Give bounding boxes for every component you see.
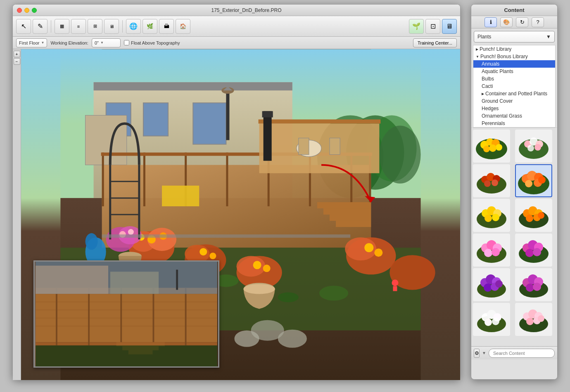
svg-point-66 (128, 229, 134, 235)
zoom-in-button[interactable]: + (14, 51, 20, 57)
separator-2 (122, 20, 123, 33)
svg-point-62 (244, 284, 275, 294)
svg-point-120 (484, 180, 491, 187)
tree-ornamental[interactable]: Ornamental Grass (473, 112, 555, 120)
svg-point-79 (278, 292, 299, 302)
pointer-tool[interactable]: ↖ (16, 19, 31, 34)
category-label: Plants (477, 34, 491, 40)
plant-thumb-4[interactable] (515, 164, 552, 197)
svg-rect-11 (86, 115, 127, 165)
tab-help[interactable]: ? (532, 17, 544, 27)
training-center-button[interactable]: Training Center... (413, 38, 457, 47)
plant-thumb-12[interactable] (515, 303, 552, 336)
toolbar2: First Floor ▼ Working Elevation: 0" ▼ Fl… (13, 37, 460, 49)
library-tree[interactable]: Punch! Library Punch! Bonus Library Annu… (473, 45, 556, 128)
plant-thumb-2[interactable] (515, 130, 552, 163)
svg-point-55 (263, 264, 271, 272)
elevation-input-box[interactable]: 0" ▼ (92, 38, 121, 47)
floorplan-view[interactable]: ⊡ (425, 19, 440, 34)
maximize-button[interactable] (32, 8, 37, 13)
svg-point-5 (379, 125, 420, 183)
tab-info[interactable]: ℹ (484, 17, 497, 27)
float-checkbox[interactable] (124, 40, 129, 45)
mini-preview-inner (35, 262, 218, 366)
plant-thumb-3[interactable] (473, 164, 510, 197)
tree-cacti[interactable]: Cacti (473, 83, 555, 90)
camera-tool[interactable]: ⊞ (88, 19, 102, 34)
tab-palette[interactable]: 🎨 (500, 17, 513, 27)
svg-rect-102 (36, 345, 217, 366)
svg-point-146 (484, 249, 492, 257)
svg-rect-36 (262, 111, 273, 117)
search-settings-button[interactable]: ⚙ (474, 349, 480, 358)
globe-tool[interactable]: 🌐 (126, 19, 141, 34)
svg-rect-20 (226, 153, 228, 206)
tree-hedges[interactable]: Hedges (473, 105, 555, 112)
thumbnails-area[interactable] (471, 128, 557, 346)
floor-selector[interactable]: First Floor ▼ (16, 38, 47, 47)
tree-bulbs[interactable]: Bulbs (473, 75, 555, 83)
plant-thumb-11[interactable] (473, 303, 510, 336)
content-titlebar: Content (471, 5, 557, 16)
tree-groundcover[interactable]: Ground Cover (473, 97, 555, 105)
svg-point-107 (496, 144, 502, 151)
svg-point-152 (525, 249, 534, 257)
punch-bonus-item[interactable]: Punch! Bonus Library (473, 53, 555, 60)
3d-view-btn[interactable]: 🖥 (442, 19, 457, 34)
svg-rect-27 (323, 208, 371, 215)
svg-point-121 (492, 179, 498, 186)
search-input[interactable] (489, 349, 555, 358)
float-checkbox-label[interactable]: Float Above Topography (124, 40, 180, 45)
svg-point-108 (483, 146, 490, 152)
plant-thumb-5[interactable] (473, 199, 510, 232)
content-window: Content ℹ 🎨 ↻ ? Plants ▼ Punch! Library … (471, 4, 558, 380)
svg-rect-100 (110, 272, 159, 294)
svg-rect-76 (393, 286, 397, 291)
svg-rect-10 (193, 103, 226, 144)
svg-point-114 (527, 145, 534, 151)
tree-container[interactable]: ▶ Container and Potted Plants (473, 90, 555, 97)
3d-viewport[interactable]: {[0,1,2,3,4,5,6,7,8,9].map((i) => ``).jo… (21, 49, 460, 380)
mini-preview-window (33, 260, 219, 368)
plant-thumb-9[interactable] (473, 268, 510, 301)
plant-thumb-6[interactable] (515, 199, 552, 232)
house-tool[interactable]: 🏠 (176, 19, 190, 34)
plant-thumb-10[interactable] (515, 268, 552, 301)
floor-plan-tool[interactable]: ▦ (55, 19, 69, 34)
tree-perennials[interactable]: Perennials (473, 120, 555, 127)
view-3d-tool[interactable]: 🖥 (104, 19, 119, 34)
plant-thumb-7[interactable] (473, 234, 510, 267)
landscape-tool[interactable]: 🏔 (159, 19, 174, 34)
svg-rect-37 (162, 186, 199, 206)
float-label: Float Above Topography (131, 40, 180, 45)
tree-annuals[interactable]: Annuals (473, 60, 555, 68)
toolbar: ↖ ✎ ▦ ≡ ⊞ 🖥 🌐 🌿 🏔 🏠 🌱 ⊡ 🖥 (13, 16, 460, 37)
close-button[interactable] (17, 8, 22, 13)
search-bar: ⚙ ▼ (471, 346, 557, 359)
elevation-tool[interactable]: ≡ (71, 19, 86, 34)
svg-point-179 (538, 315, 544, 322)
svg-point-171 (484, 319, 492, 326)
tree-aquatic[interactable]: Aquatic Plants (473, 68, 555, 75)
svg-rect-92 (120, 288, 122, 346)
terrain-tool[interactable]: 🌿 (142, 19, 157, 34)
minimize-button[interactable] (24, 8, 29, 13)
plant-thumb-8[interactable] (515, 234, 552, 267)
plant-thumb-1[interactable] (473, 130, 510, 163)
svg-rect-99 (36, 266, 108, 294)
svg-rect-81 (102, 234, 351, 238)
svg-point-74 (86, 233, 98, 250)
category-dropdown[interactable]: Plants ▼ (474, 31, 555, 43)
pencil-tool[interactable]: ✎ (33, 19, 48, 34)
svg-point-50 (200, 248, 207, 255)
search-dropdown-arrow[interactable]: ▼ (482, 351, 486, 355)
punch-bonus-label: Punch! Bonus Library (480, 54, 528, 59)
plant-tool[interactable]: 🌱 (409, 19, 424, 34)
punch-library-item[interactable]: Punch! Library (473, 45, 555, 53)
window-title: 175_Exterior_DnD_Before.PRO (37, 7, 456, 13)
tab-rotate[interactable]: ↻ (516, 17, 528, 27)
svg-rect-35 (264, 111, 272, 161)
svg-point-134 (492, 214, 499, 221)
floor-arrow: ▼ (41, 41, 45, 45)
zoom-out-button[interactable]: − (14, 58, 20, 65)
